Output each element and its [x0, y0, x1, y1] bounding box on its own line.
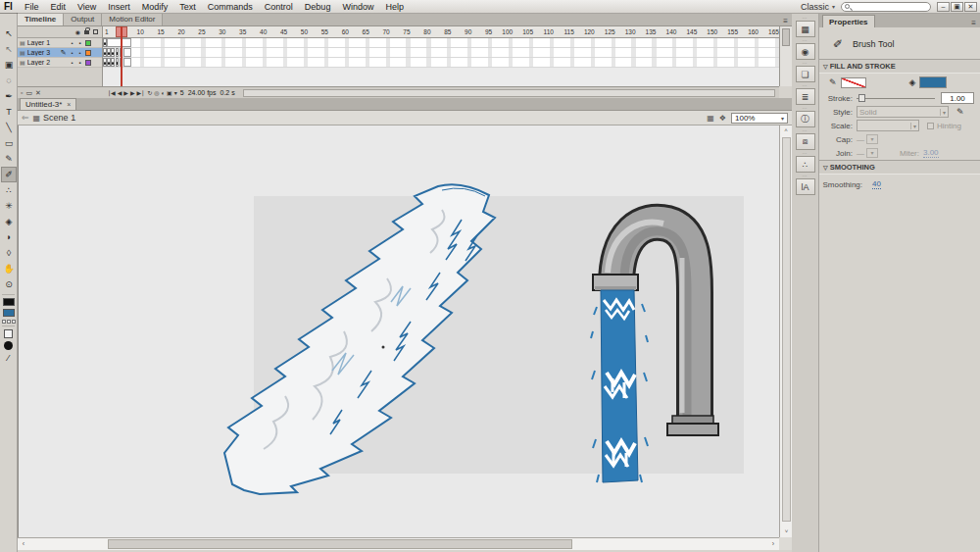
color-default-swap-buttons[interactable] — [0, 320, 17, 324]
dock-panel-icon[interactable]: lA — [796, 178, 815, 195]
playback-button[interactable]: ◐ — [161, 90, 164, 96]
tool-button[interactable]: ▣ — [1, 57, 17, 73]
menu-item[interactable]: Text — [173, 2, 202, 12]
hinting-checkbox[interactable] — [927, 123, 934, 129]
playback-button[interactable]: ▣ — [167, 89, 172, 96]
stroke-weight-slider[interactable] — [857, 93, 935, 103]
dock-panel-icon[interactable]: ∴ — [796, 156, 815, 173]
join-select[interactable]: ▾ — [866, 148, 878, 158]
tool-button[interactable]: T — [1, 104, 17, 120]
playback-button[interactable]: ◀ — [118, 89, 122, 96]
layer-lock-toggle[interactable]: ▪ — [76, 60, 84, 66]
tool-button[interactable]: ◗ — [1, 229, 17, 245]
timeline-scroll-thumb[interactable] — [782, 28, 790, 46]
timeline-horizontal-scrollbar[interactable] — [243, 89, 775, 97]
keyframe-cell[interactable] — [107, 48, 111, 57]
scene-breadcrumb[interactable]: Scene 1 — [43, 113, 75, 123]
stroke-scale-select[interactable]: ▾ — [857, 120, 919, 131]
dock-panel-icon[interactable]: ≣ — [796, 88, 815, 105]
stroke-color-none-swatch[interactable] — [841, 77, 866, 88]
layer-lock-toggle[interactable]: ▪ — [76, 40, 84, 46]
smoothing-header[interactable]: ▽SMOOTHING — [819, 160, 980, 175]
outline-column-icon[interactable] — [93, 29, 98, 34]
object-drawing-toggle[interactable] — [4, 329, 13, 338]
scroll-left-icon[interactable]: ‹ — [18, 538, 29, 550]
layer-row[interactable]: ▤ Layer 2 • ▪ — [18, 58, 102, 68]
tool-button[interactable]: ✎ — [1, 151, 17, 167]
keyframe-cell[interactable] — [111, 58, 115, 67]
timeline-tab[interactable]: Output — [64, 14, 102, 25]
layer-lock-toggle[interactable]: • — [76, 50, 84, 56]
stage-canvas[interactable] — [18, 125, 779, 537]
layer-visibility-toggle[interactable]: • — [69, 60, 76, 66]
tool-button[interactable]: ↖ — [1, 41, 17, 57]
eye-column-icon[interactable]: ◉ — [75, 29, 80, 35]
playback-button[interactable]: ▶ — [130, 89, 134, 96]
layer-name[interactable]: Layer 2 — [27, 59, 61, 66]
slider-thumb[interactable] — [858, 94, 865, 102]
tool-button[interactable]: ▭ — [1, 135, 17, 151]
dock-panel-icon[interactable]: ❏ — [796, 66, 815, 82]
workspace-switcher[interactable]: Classic ▾ — [801, 2, 835, 12]
cap-select[interactable]: ▾ — [866, 134, 878, 144]
layer-row[interactable]: ▤ Layer 3 ✎ • • — [18, 48, 102, 58]
stroke-color-swatch[interactable] — [3, 298, 15, 306]
lock-column-icon[interactable] — [84, 30, 89, 34]
window-button[interactable]: – — [937, 2, 950, 12]
frame-span[interactable] — [123, 58, 131, 67]
fill-color-swatch[interactable] — [3, 309, 15, 317]
keyframe-cell[interactable] — [103, 48, 107, 57]
timeline-panel-menu-icon[interactable]: ≡ — [783, 17, 788, 25]
playback-button[interactable]: ▶ — [123, 89, 127, 96]
back-arrow-icon[interactable]: ⇐ — [22, 113, 29, 123]
brush-size-option[interactable] — [4, 341, 13, 350]
tool-button[interactable]: ✐ — [1, 167, 17, 182]
timeline-tab[interactable]: Timeline — [18, 14, 64, 25]
tool-button[interactable]: ✳ — [1, 198, 17, 214]
playback-button[interactable]: ❘◀ — [107, 89, 115, 96]
playback-button[interactable]: ◎ — [154, 89, 158, 96]
tool-button[interactable]: ⊙ — [1, 276, 17, 292]
frames-row-layer1[interactable] — [103, 38, 779, 48]
properties-panel-menu-icon[interactable]: ≡ — [971, 19, 976, 27]
layer-outline-color-swatch[interactable] — [85, 40, 91, 46]
playback-button[interactable]: ▾ — [174, 89, 176, 96]
document-tab[interactable]: Untitled-3* × — [20, 98, 76, 110]
layer-button[interactable]: ▫ — [21, 89, 23, 97]
fill-and-stroke-header[interactable]: ▽FILL AND STROKE — [819, 59, 980, 74]
keyframe-cell[interactable] — [103, 38, 107, 47]
layer-outline-color-swatch[interactable] — [85, 60, 91, 66]
playback-button[interactable]: ↻ — [147, 89, 151, 96]
canvas-horizontal-scrollbar[interactable]: ‹ › — [18, 537, 779, 550]
layer-visibility-toggle[interactable]: • — [69, 40, 76, 46]
menu-item[interactable]: File — [19, 2, 45, 12]
timeline-vertical-scrollbar[interactable] — [779, 26, 792, 86]
tool-button[interactable]: ╲ — [1, 120, 17, 135]
properties-tab[interactable]: Properties — [822, 15, 875, 27]
brush-shape-option[interactable]: ⁄ — [4, 353, 14, 363]
tool-button[interactable]: ✋ — [1, 261, 17, 276]
frame-rate-label[interactable]: 24.00 fps — [188, 89, 217, 96]
frames-row-layer2[interactable] — [103, 58, 779, 68]
keyframe-cell[interactable] — [103, 58, 107, 67]
zoom-level-select[interactable]: 100% ▾ — [731, 113, 788, 124]
dock-panel-icon[interactable]: ⓘ — [796, 111, 815, 127]
tool-button[interactable]: ◊ — [1, 245, 17, 261]
menu-item[interactable]: Insert — [102, 2, 136, 12]
menu-item[interactable]: Edit — [44, 2, 72, 12]
frame-span[interactable] — [123, 48, 131, 57]
dock-panel-icon[interactable]: ◉ — [796, 43, 815, 60]
canvas-vscroll-thumb[interactable] — [782, 137, 791, 522]
playback-button[interactable]: ▶❘ — [137, 89, 145, 96]
stroke-weight-input[interactable]: 1.00 — [941, 92, 974, 104]
frames-row-layer3[interactable] — [103, 48, 779, 58]
scroll-up-icon[interactable]: ˄ — [780, 125, 792, 136]
edit-stroke-style-icon[interactable]: ✎ — [956, 107, 964, 117]
dock-panel-icon[interactable]: ▦ — [796, 21, 815, 37]
frame-span[interactable] — [107, 38, 131, 47]
close-document-icon[interactable]: × — [67, 101, 71, 108]
tool-button[interactable]: ◌ — [1, 73, 17, 88]
menu-item[interactable]: Debug — [299, 2, 337, 12]
canvas-vertical-scrollbar[interactable]: ˄ ˅ — [779, 125, 792, 537]
tool-button[interactable]: ∴ — [1, 182, 17, 198]
